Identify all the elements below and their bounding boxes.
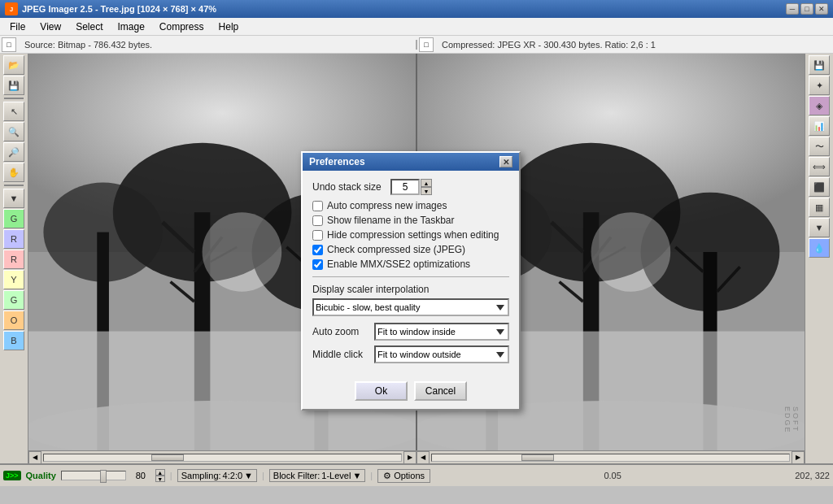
checkbox-check-compressed: Check compressed size (JPEG) xyxy=(312,244,509,255)
auto-compress-label: Auto compress new images xyxy=(327,200,447,211)
menu-bar: File View Select Image Compress Help xyxy=(0,18,833,36)
undo-stack-row: Undo stack size ▲ ▼ xyxy=(312,179,509,195)
bar-sep-1: | xyxy=(170,471,172,480)
scaler-select[interactable]: Bicubic - slow, best quality Bilinear Ne… xyxy=(312,298,509,316)
filter-arrow: ▼ xyxy=(352,471,361,480)
preferences-dialog: Preferences ✕ Undo stack size ▲ ▼ xyxy=(301,151,521,411)
undo-stack-label: Undo stack size xyxy=(312,181,386,193)
checkbox-show-filename: Show filename in the Taskbar xyxy=(312,215,509,226)
filter-value: 1-Level xyxy=(321,471,351,480)
menu-file[interactable]: File xyxy=(3,20,32,34)
quality-slider[interactable] xyxy=(61,471,126,480)
undo-stack-input[interactable] xyxy=(390,179,420,195)
close-button[interactable]: ✕ xyxy=(815,3,828,15)
title-bar-left: J JPEG Imager 2.5 - Tree.jpg [1024 × 768… xyxy=(5,2,216,15)
filter-label: Block Filter: xyxy=(273,471,320,480)
undo-stack-up[interactable]: ▲ xyxy=(421,179,432,187)
scaler-label: Display scaler interpolation xyxy=(312,284,509,295)
checkbox-auto-compress: Auto compress new images xyxy=(312,200,509,211)
sampling-button[interactable]: Sampling: 4:2:0 ▼ xyxy=(177,469,257,482)
gear-icon: ⚙ xyxy=(383,471,391,481)
bottom-bar: J>> Quality 80 ▲ ▼ | Sampling: 4:2:0 ▼ |… xyxy=(0,463,833,486)
checkbox-enable-mmx: Enable MMX/SSE2 optimizations xyxy=(312,259,509,270)
info-bar: □ Source: Bitmap - 786.432 bytes. □ Comp… xyxy=(0,36,833,54)
menu-view[interactable]: View xyxy=(33,20,68,34)
quality-arrows: ▲ ▼ xyxy=(155,469,165,482)
source-info: Source: Bitmap - 786.432 bytes. xyxy=(18,40,417,50)
quality-value: 80 xyxy=(131,471,150,480)
show-filename-label: Show filename in the Taskbar xyxy=(327,215,455,226)
compressed-icon: □ xyxy=(419,37,434,52)
auto-zoom-select-wrap: Fit to window inside Fit to window outsi… xyxy=(374,323,509,341)
bottom-center-status: 0.05 xyxy=(435,471,790,480)
dialog-body: Undo stack size ▲ ▼ Auto compress new im… xyxy=(303,171,519,376)
menu-select[interactable]: Select xyxy=(69,20,109,34)
quality-up[interactable]: ▲ xyxy=(155,469,165,476)
source-icon: □ xyxy=(2,37,16,52)
auto-zoom-label: Auto zoom xyxy=(312,326,369,337)
middle-click-label: Middle click xyxy=(312,349,369,360)
auto-zoom-select[interactable]: Fit to window inside Fit to window outsi… xyxy=(374,323,509,341)
hide-compression-label: Hide compression settings when editing xyxy=(327,229,499,241)
menu-image[interactable]: Image xyxy=(111,20,151,34)
checkbox-hide-compression: Hide compression settings when editing xyxy=(312,229,509,241)
scaler-select-wrap: Bicubic - slow, best quality Bilinear Ne… xyxy=(312,298,509,316)
dialog-sep xyxy=(312,276,509,277)
undo-stack-arrows: ▲ ▼ xyxy=(421,179,432,195)
menu-help[interactable]: Help xyxy=(212,20,246,34)
show-filename-checkbox[interactable] xyxy=(312,215,323,226)
cancel-button[interactable]: Cancel xyxy=(414,381,467,401)
dialog-buttons: Ok Cancel xyxy=(303,376,519,409)
dialog-close-button[interactable]: ✕ xyxy=(499,156,512,167)
minimize-button[interactable]: ─ xyxy=(786,3,799,15)
bar-sep-2: | xyxy=(262,471,264,480)
undo-stack-down[interactable]: ▼ xyxy=(421,187,432,195)
auto-zoom-row: Auto zoom Fit to window inside Fit to wi… xyxy=(312,323,509,341)
dialog-title-text: Preferences xyxy=(309,156,365,167)
ok-button[interactable]: Ok xyxy=(355,381,408,401)
sampling-label: Sampling: xyxy=(181,471,221,480)
main-area: 📂 💾 ↖ 🔍 🔎 ✋ ▼ G R R Y G O B xyxy=(0,54,833,463)
hide-compression-checkbox[interactable] xyxy=(312,230,323,241)
maximize-button[interactable]: □ xyxy=(800,3,813,15)
bar-sep-3: | xyxy=(370,471,373,480)
dialog-overlay: Preferences ✕ Undo stack size ▲ ▼ xyxy=(0,54,833,463)
menu-compress[interactable]: Compress xyxy=(153,20,211,34)
middle-click-select-wrap: Fit to window outside Fit to window insi… xyxy=(374,345,509,363)
enable-mmx-label: Enable MMX/SSE2 optimizations xyxy=(327,259,470,270)
quality-thumb[interactable] xyxy=(100,470,107,483)
filter-button[interactable]: Block Filter: 1-Level ▼ xyxy=(269,469,365,482)
app-icon: J xyxy=(5,2,18,15)
options-button[interactable]: ⚙ Options xyxy=(377,469,430,483)
dialog-title-bar: Preferences ✕ xyxy=(303,153,519,171)
status-value: 0.05 xyxy=(604,471,621,480)
options-label: Options xyxy=(394,471,425,480)
window-controls: ─ □ ✕ xyxy=(786,3,828,15)
quality-label: Quality xyxy=(26,471,56,480)
check-compressed-label: Check compressed size (JPEG) xyxy=(327,244,465,255)
app-logo-bottom: J>> xyxy=(3,471,21,480)
middle-click-row: Middle click Fit to window outside Fit t… xyxy=(312,345,509,363)
auto-compress-checkbox[interactable] xyxy=(312,201,323,211)
window-title: JPEG Imager 2.5 - Tree.jpg [1024 × 768] … xyxy=(22,4,216,14)
enable-mmx-checkbox[interactable] xyxy=(312,259,323,270)
title-bar: J JPEG Imager 2.5 - Tree.jpg [1024 × 768… xyxy=(0,0,833,18)
quality-down[interactable]: ▼ xyxy=(155,476,165,482)
coordinates: 202, 322 xyxy=(795,471,830,480)
compressed-info: Compressed: JPEG XR - 300.430 bytes. Rat… xyxy=(435,40,833,50)
undo-stack-spinner: ▲ ▼ xyxy=(390,179,432,195)
middle-click-select[interactable]: Fit to window outside Fit to window insi… xyxy=(374,345,509,363)
check-compressed-checkbox[interactable] xyxy=(312,245,323,255)
sampling-arrow: ▼ xyxy=(244,471,253,480)
sampling-value: 4:2:0 xyxy=(223,471,242,480)
